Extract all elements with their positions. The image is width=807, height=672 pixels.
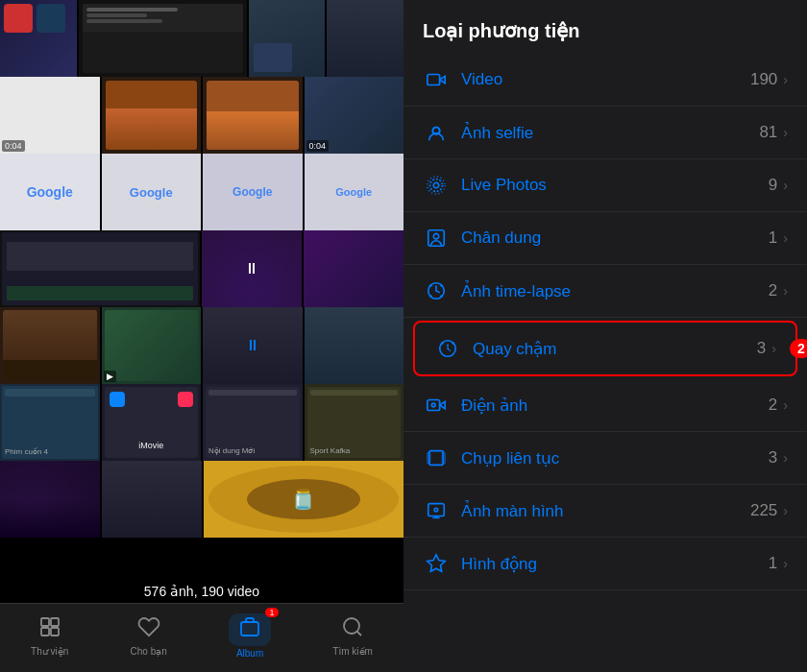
- chevron-icon: ›: [783, 450, 788, 466]
- svg-rect-18: [428, 400, 440, 411]
- menu-item-live-count: 9: [769, 176, 777, 195]
- svg-line-6: [357, 632, 361, 636]
- svg-rect-2: [41, 628, 49, 636]
- menu-item-live[interactable]: Live Photos 9 ›: [404, 159, 807, 212]
- menu-item-screenshot-count: 225: [750, 501, 777, 520]
- album-icon: [238, 615, 261, 644]
- selfie-icon: [423, 119, 450, 146]
- svg-rect-1: [51, 618, 59, 626]
- timelapse-icon: [423, 277, 450, 304]
- menu-item-animated[interactable]: Hình động 1 ›: [404, 538, 807, 590]
- svg-rect-0: [41, 618, 49, 626]
- library-icon: [38, 615, 61, 644]
- menu-item-portrait-count: 1: [769, 228, 777, 248]
- svg-marker-8: [440, 76, 446, 83]
- chevron-icon: ›: [771, 341, 776, 356]
- photo-cell[interactable]: Phim cuốn 4: [0, 384, 100, 461]
- svg-point-19: [431, 403, 435, 407]
- menu-item-screenshot[interactable]: Ảnh màn hình 225 ›: [404, 485, 807, 538]
- menu-item-portrait[interactable]: Chân dung 1 ›: [404, 212, 807, 265]
- tab-for-you[interactable]: Cho bạn: [115, 612, 183, 660]
- svg-rect-7: [428, 75, 440, 85]
- photo-cell[interactable]: [304, 230, 404, 307]
- menu-item-video-count: 190: [750, 70, 777, 89]
- tab-library-label: Thư viện: [31, 646, 68, 657]
- photo-cell[interactable]: [102, 77, 202, 154]
- video-icon: [423, 66, 450, 93]
- tab-album-label: Album: [236, 648, 263, 659]
- svg-point-26: [434, 508, 438, 512]
- menu-item-video[interactable]: Video 190 ›: [404, 54, 807, 107]
- photo-cell[interactable]: 0:04: [0, 77, 100, 154]
- svg-point-15: [433, 233, 439, 239]
- menu-item-selfie-count: 81: [759, 123, 777, 142]
- menu-item-screenshot-label: Ảnh màn hình: [461, 501, 750, 521]
- photo-cell[interactable]: [0, 307, 100, 384]
- svg-point-12: [430, 180, 443, 192]
- tab-search-label: Tìm kiếm: [332, 646, 373, 657]
- photo-cell[interactable]: iMovie: [102, 384, 202, 461]
- chevron-icon: ›: [783, 283, 788, 299]
- live-photos-icon: [423, 172, 450, 199]
- tab-search[interactable]: Tìm kiếm: [317, 612, 388, 660]
- heart-icon: [137, 615, 160, 644]
- photo-cell[interactable]: 🫙: [204, 461, 404, 538]
- chevron-icon: ›: [783, 125, 788, 140]
- burst-icon: [423, 444, 450, 471]
- menu-item-live-label: Live Photos: [461, 176, 769, 195]
- svg-marker-27: [428, 555, 445, 571]
- menu-item-timelapse-label: Ảnh time-lapse: [461, 281, 769, 301]
- svg-rect-4: [241, 622, 258, 636]
- photo-cell[interactable]: [249, 0, 326, 77]
- chevron-icon: ›: [783, 397, 788, 413]
- search-icon: [341, 615, 364, 644]
- photo-cell[interactable]: ▶: [102, 307, 202, 384]
- tab-album[interactable]: 1 Album: [213, 610, 286, 662]
- photo-cell[interactable]: [305, 307, 404, 384]
- photo-cell[interactable]: Google: [102, 154, 202, 230]
- menu-item-cinema[interactable]: Điện ảnh 2 ›: [404, 379, 807, 432]
- slowmo-icon: [434, 335, 461, 362]
- photo-cell[interactable]: [0, 0, 77, 77]
- menu-item-slowmo[interactable]: Quay chậm 3 › 2: [413, 321, 797, 376]
- portrait-icon: [423, 225, 450, 252]
- menu-item-timelapse[interactable]: Ảnh time-lapse 2 ›: [404, 265, 807, 318]
- menu-item-slowmo-count: 3: [757, 339, 766, 358]
- menu-item-burst[interactable]: Chụp liên tục 3 ›: [404, 432, 807, 485]
- photo-cell[interactable]: ⏸: [203, 307, 303, 384]
- photo-cell[interactable]: Google: [203, 154, 303, 230]
- photo-cell[interactable]: [79, 0, 247, 77]
- menu-item-animated-count: 1: [769, 554, 777, 573]
- photo-cell[interactable]: ⏸: [202, 230, 302, 307]
- photo-cell[interactable]: Sport Kafka: [305, 384, 404, 461]
- photo-cell[interactable]: 0:04: [305, 77, 404, 154]
- screenshot-icon: [423, 497, 450, 524]
- menu-item-slowmo-label: Quay chậm: [473, 339, 757, 359]
- chevron-icon: ›: [783, 230, 788, 246]
- photo-count: 576 ảnh, 190 video: [0, 576, 404, 603]
- menu-item-cinema-count: 2: [769, 396, 777, 415]
- step-badge-2: 2: [790, 339, 807, 358]
- photo-cell[interactable]: [327, 0, 404, 77]
- tab-library[interactable]: Thư viện: [15, 612, 84, 660]
- photo-cell[interactable]: [0, 461, 100, 538]
- photo-cell[interactable]: Google: [305, 154, 404, 230]
- photo-cell[interactable]: [102, 461, 202, 538]
- right-panel: Loại phương tiện Video 190 ›: [404, 0, 807, 672]
- photo-grid: 0:04 0:04 Google: [0, 0, 404, 576]
- photo-cell[interactable]: [0, 230, 200, 307]
- cinema-icon: [423, 392, 450, 419]
- svg-point-11: [433, 182, 439, 188]
- menu-item-selfie[interactable]: Ảnh selfie 81 ›: [404, 107, 807, 159]
- photo-cell[interactable]: [203, 77, 303, 154]
- animated-icon: [423, 550, 450, 577]
- menu-item-burst-count: 3: [769, 448, 777, 468]
- menu-item-timelapse-count: 2: [769, 281, 777, 300]
- photo-cell[interactable]: Nội dung Mới: [203, 384, 303, 461]
- menu-item-selfie-label: Ảnh selfie: [461, 123, 759, 143]
- svg-rect-20: [429, 451, 444, 466]
- svg-rect-3: [51, 628, 59, 636]
- photo-cell[interactable]: Google: [0, 154, 100, 230]
- media-type-list: Video 190 › Ảnh selfie 81 ›: [404, 54, 807, 672]
- panel-title: Loại phương tiện: [404, 0, 807, 54]
